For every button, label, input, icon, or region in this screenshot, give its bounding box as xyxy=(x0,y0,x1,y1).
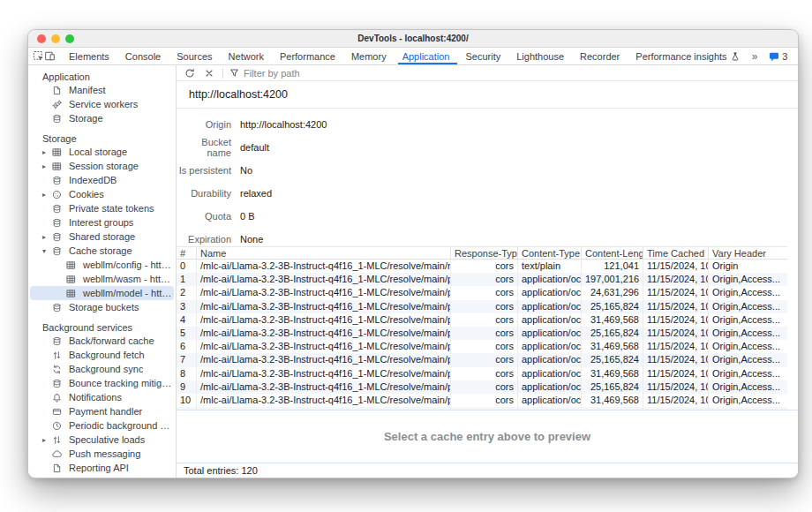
cell-content-length: 25,165,824 xyxy=(581,380,643,394)
cell-vary-header: Origin,Access... xyxy=(708,394,787,407)
sidebar-item[interactable]: ▸ Shared storage xyxy=(30,230,174,244)
table-row[interactable]: 10 /mlc-ai/Llama-3.2-3B-Instruct-q4f16_1… xyxy=(177,394,787,407)
delete-selected-icon[interactable] xyxy=(202,66,216,80)
tab[interactable]: Recorder xyxy=(574,48,629,64)
detail-label: Bucket name xyxy=(177,137,231,158)
cell-index: 3 xyxy=(177,300,196,313)
bell-icon xyxy=(52,393,65,403)
sidebar-item[interactable]: Payment handler xyxy=(30,404,174,418)
sidebar-item[interactable]: Background sync xyxy=(30,362,174,376)
tab[interactable]: Application xyxy=(396,48,460,64)
window-title: DevTools - localhost:4200/ xyxy=(28,30,798,47)
table-row[interactable]: 1 /mlc-ai/Llama-3.2-3B-Instruct-q4f16_1-… xyxy=(177,273,787,286)
feedback-button[interactable]: 3 xyxy=(763,51,793,62)
sidebar-item[interactable]: Back/forward cache xyxy=(30,334,174,348)
chevron-right-icon: ▸ xyxy=(42,148,52,156)
sidebar-section-title-storage: Storage xyxy=(28,131,176,145)
sidebar-item[interactable]: webllm/model - http://loc... xyxy=(30,286,174,300)
sidebar-item-label: Background sync xyxy=(65,364,143,374)
sidebar-item[interactable]: Storage xyxy=(30,111,174,125)
table-row[interactable]: 6 /mlc-ai/Llama-3.2-3B-Instruct-q4f16_1-… xyxy=(177,340,787,353)
tab[interactable]: Lighthouse xyxy=(510,48,574,64)
cell-time-cached: 11/15/2024, 10... xyxy=(643,353,708,366)
cell-time-cached: 11/15/2024, 10... xyxy=(643,300,708,313)
sidebar-item[interactable]: ▸ Session storage xyxy=(30,159,174,173)
cell-response-type: cors xyxy=(450,380,517,394)
inspect-element-icon[interactable] xyxy=(33,48,44,64)
cell-vary-header: Origin xyxy=(708,260,787,273)
database-icon xyxy=(52,379,65,388)
sidebar-item[interactable]: Notifications xyxy=(30,390,174,404)
sidebar-item[interactable]: Bounce tracking mitigations xyxy=(30,376,174,390)
filter-input[interactable]: Filter by path xyxy=(229,68,300,79)
tab[interactable]: Console xyxy=(119,48,170,64)
tab[interactable]: Sources xyxy=(170,48,222,64)
sidebar-item[interactable]: ▸ Cookies xyxy=(30,187,174,201)
sidebar-item[interactable]: Storage buckets xyxy=(30,300,174,314)
table-row[interactable]: 9 /mlc-ai/Llama-3.2-3B-Instruct-q4f16_1-… xyxy=(177,380,787,394)
cell-index: 5 xyxy=(177,327,196,340)
sidebar-item[interactable]: Periodic background sync xyxy=(30,418,174,433)
column-header[interactable]: Name xyxy=(196,247,450,259)
detail-label: Is persistent xyxy=(177,165,231,176)
table-row[interactable]: 4 /mlc-ai/Llama-3.2-3B-Instruct-q4f16_1-… xyxy=(177,313,787,327)
table-row[interactable]: 3 /mlc-ai/Llama-3.2-3B-Instruct-q4f16_1-… xyxy=(177,300,787,313)
panel-tabs: Elements Console Sources Network xyxy=(63,48,746,64)
detail-value: No xyxy=(231,165,252,176)
cell-index: 6 xyxy=(177,340,196,353)
sidebar-item[interactable]: Manifest xyxy=(30,83,174,97)
tab[interactable]: Performance xyxy=(274,48,345,64)
column-header[interactable]: Time Cached xyxy=(643,247,708,259)
sidebar-item-label: Reporting API xyxy=(65,463,129,473)
sidebar-item[interactable]: Service workers xyxy=(30,97,174,111)
sidebar-item[interactable]: Push messaging xyxy=(30,447,174,461)
sidebar-item[interactable]: Background fetch xyxy=(30,348,174,362)
column-header[interactable]: Content-Type xyxy=(517,247,581,259)
cell-response-type: cors xyxy=(450,353,517,366)
table-row[interactable]: 5 /mlc-ai/Llama-3.2-3B-Instruct-q4f16_1-… xyxy=(177,327,787,340)
tab[interactable]: Security xyxy=(459,48,510,64)
tab[interactable]: Performance insights xyxy=(629,48,745,64)
sidebar-item[interactable]: ▸ Speculative loads xyxy=(30,433,174,447)
sidebar-item-label: Speculative loads xyxy=(65,434,145,445)
tab[interactable]: Memory xyxy=(345,48,396,64)
cell-time-cached: 11/15/2024, 10... xyxy=(643,286,708,299)
sidebar-item[interactable]: ▸ Local storage xyxy=(30,145,174,159)
table-row[interactable]: 0 /mlc-ai/Llama-3.2-3B-Instruct-q4f16_1-… xyxy=(177,260,787,273)
device-toolbar-icon[interactable] xyxy=(44,48,56,64)
tab[interactable]: Network xyxy=(222,48,274,64)
column-header[interactable]: # xyxy=(177,247,196,259)
cell-name: /mlc-ai/Llama-3.2-3B-Instruct-q4f16_1-ML… xyxy=(196,273,450,286)
devtools-window: DevTools - localhost:4200/ Elements Cons… xyxy=(27,29,799,478)
cell-response-type: cors xyxy=(450,286,517,299)
cell-name: /mlc-ai/Llama-3.2-3B-Instruct-q4f16_1-ML… xyxy=(196,394,450,407)
detail-row: Durability relaxed xyxy=(177,182,798,205)
statusbar: Total entries: 120 xyxy=(177,463,798,478)
cell-vary-header: Origin,Access... xyxy=(708,367,787,380)
sidebar-item[interactable]: ▾ Cache storage xyxy=(30,244,174,258)
sidebar-item-label: Background fetch xyxy=(65,350,145,360)
cloud-icon xyxy=(52,449,65,459)
column-header[interactable]: Content-Length xyxy=(581,247,643,259)
database-icon xyxy=(52,303,65,312)
table-row[interactable]: 2 /mlc-ai/Llama-3.2-3B-Instruct-q4f16_1-… xyxy=(177,286,787,299)
table-row[interactable]: 8 /mlc-ai/Llama-3.2-3B-Instruct-q4f16_1-… xyxy=(177,367,787,380)
more-tabs-button[interactable]: » xyxy=(746,50,764,63)
sidebar-item[interactable]: webllm/config - http://loc... xyxy=(30,258,174,272)
table-icon xyxy=(66,289,79,298)
sidebar-item[interactable]: Interest groups xyxy=(30,215,174,230)
sidebar-item[interactable]: IndexedDB xyxy=(30,173,174,187)
column-header[interactable]: Vary Header xyxy=(708,247,787,259)
cell-content-type: application/oc... xyxy=(517,380,581,394)
tab[interactable]: Elements xyxy=(63,48,119,64)
sidebar-item[interactable]: webllm/wasm - http://loca... xyxy=(30,272,174,286)
cell-index: 9 xyxy=(177,380,196,394)
refresh-icon[interactable] xyxy=(183,66,197,80)
table-row[interactable]: 7 /mlc-ai/Llama-3.2-3B-Instruct-q4f16_1-… xyxy=(177,353,787,366)
sidebar-item[interactable]: Private state tokens xyxy=(30,201,174,215)
sidebar-item[interactable]: Reporting API xyxy=(30,461,174,475)
database-icon xyxy=(52,204,65,214)
detail-label: Origin xyxy=(177,119,231,130)
cell-time-cached: 11/15/2024, 10... xyxy=(643,340,708,353)
column-header[interactable]: Response-Type xyxy=(450,247,517,259)
